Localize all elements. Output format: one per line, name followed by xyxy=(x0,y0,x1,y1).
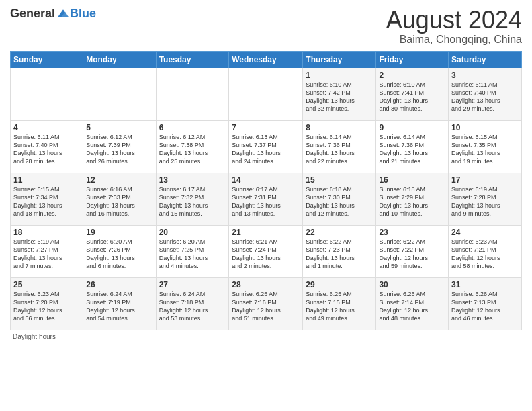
calendar-cell: 7Sunrise: 6:13 AM Sunset: 7:37 PM Daylig… xyxy=(229,120,303,173)
day-number: 17 xyxy=(451,175,519,185)
week-row-1: 1Sunrise: 6:10 AM Sunset: 7:42 PM Daylig… xyxy=(11,68,522,120)
day-info: Sunrise: 6:26 AM Sunset: 7:13 PM Dayligh… xyxy=(451,290,519,323)
day-number: 30 xyxy=(379,280,445,289)
calendar-cell: 9Sunrise: 6:14 AM Sunset: 7:36 PM Daylig… xyxy=(376,120,449,173)
logo-icon xyxy=(56,7,70,21)
week-row-2: 4Sunrise: 6:11 AM Sunset: 7:40 PM Daylig… xyxy=(11,120,522,173)
week-row-5: 25Sunrise: 6:23 AM Sunset: 7:20 PM Dayli… xyxy=(11,277,522,330)
day-number: 1 xyxy=(306,71,373,80)
calendar-cell: 27Sunrise: 6:24 AM Sunset: 7:18 PM Dayli… xyxy=(156,277,229,330)
weekday-header-wednesday: Wednesday xyxy=(229,51,303,68)
day-info: Sunrise: 6:10 AM Sunset: 7:41 PM Dayligh… xyxy=(379,81,445,113)
day-info: Sunrise: 6:15 AM Sunset: 7:35 PM Dayligh… xyxy=(451,133,519,166)
day-info: Sunrise: 6:19 AM Sunset: 7:28 PM Dayligh… xyxy=(451,185,519,218)
day-number: 29 xyxy=(306,280,373,289)
day-number: 31 xyxy=(451,280,519,289)
calendar-cell: 16Sunrise: 6:18 AM Sunset: 7:29 PM Dayli… xyxy=(376,173,449,225)
day-info: Sunrise: 6:14 AM Sunset: 7:36 PM Dayligh… xyxy=(379,133,445,166)
calendar-cell: 3Sunrise: 6:11 AM Sunset: 7:40 PM Daylig… xyxy=(449,68,522,120)
day-info: Sunrise: 6:14 AM Sunset: 7:36 PM Dayligh… xyxy=(306,133,373,166)
page: General Blue August 2024 Baima, Chongqin… xyxy=(0,0,532,411)
day-number: 4 xyxy=(13,123,80,132)
day-number: 8 xyxy=(306,123,373,132)
day-number: 25 xyxy=(13,280,80,289)
day-info: Sunrise: 6:18 AM Sunset: 7:30 PM Dayligh… xyxy=(306,185,373,218)
day-info: Sunrise: 6:20 AM Sunset: 7:25 PM Dayligh… xyxy=(159,238,226,271)
calendar-cell: 13Sunrise: 6:17 AM Sunset: 7:32 PM Dayli… xyxy=(156,173,229,225)
calendar-cell: 24Sunrise: 6:23 AM Sunset: 7:21 PM Dayli… xyxy=(449,225,522,277)
day-number: 16 xyxy=(379,175,445,185)
footer: Daylight hours xyxy=(10,333,522,340)
calendar-cell: 21Sunrise: 6:21 AM Sunset: 7:24 PM Dayli… xyxy=(229,225,303,277)
calendar: SundayMondayTuesdayWednesdayThursdayFrid… xyxy=(10,51,522,330)
day-number: 3 xyxy=(451,71,519,80)
calendar-cell: 5Sunrise: 6:12 AM Sunset: 7:39 PM Daylig… xyxy=(83,120,156,173)
calendar-cell: 23Sunrise: 6:22 AM Sunset: 7:22 PM Dayli… xyxy=(376,225,449,277)
calendar-cell: 4Sunrise: 6:11 AM Sunset: 7:40 PM Daylig… xyxy=(11,120,83,173)
day-info: Sunrise: 6:12 AM Sunset: 7:39 PM Dayligh… xyxy=(86,133,152,166)
day-number: 7 xyxy=(232,123,300,132)
calendar-cell: 12Sunrise: 6:16 AM Sunset: 7:33 PM Dayli… xyxy=(83,173,156,225)
weekday-header-monday: Monday xyxy=(83,51,156,68)
calendar-cell: 18Sunrise: 6:19 AM Sunset: 7:27 PM Dayli… xyxy=(11,225,83,277)
day-info: Sunrise: 6:22 AM Sunset: 7:22 PM Dayligh… xyxy=(379,238,445,271)
day-number: 5 xyxy=(86,123,152,132)
weekday-row: SundayMondayTuesdayWednesdayThursdayFrid… xyxy=(11,51,522,68)
day-info: Sunrise: 6:23 AM Sunset: 7:20 PM Dayligh… xyxy=(13,290,80,323)
day-info: Sunrise: 6:25 AM Sunset: 7:15 PM Dayligh… xyxy=(306,290,373,323)
day-number: 22 xyxy=(306,228,373,237)
calendar-cell: 6Sunrise: 6:12 AM Sunset: 7:38 PM Daylig… xyxy=(156,120,229,173)
calendar-cell: 14Sunrise: 6:17 AM Sunset: 7:31 PM Dayli… xyxy=(229,173,303,225)
day-info: Sunrise: 6:16 AM Sunset: 7:33 PM Dayligh… xyxy=(86,185,152,218)
calendar-cell: 20Sunrise: 6:20 AM Sunset: 7:25 PM Dayli… xyxy=(156,225,229,277)
day-number: 27 xyxy=(159,280,226,289)
header: General Blue August 2024 Baima, Chongqin… xyxy=(10,7,522,46)
calendar-cell: 11Sunrise: 6:15 AM Sunset: 7:34 PM Dayli… xyxy=(11,173,83,225)
day-info: Sunrise: 6:13 AM Sunset: 7:37 PM Dayligh… xyxy=(232,133,300,166)
calendar-cell xyxy=(229,68,303,120)
calendar-cell: 30Sunrise: 6:26 AM Sunset: 7:14 PM Dayli… xyxy=(376,277,449,330)
day-number: 2 xyxy=(379,71,445,80)
weekday-header-sunday: Sunday xyxy=(11,51,83,68)
calendar-cell: 25Sunrise: 6:23 AM Sunset: 7:20 PM Dayli… xyxy=(11,277,83,330)
day-number: 9 xyxy=(379,123,445,132)
day-info: Sunrise: 6:23 AM Sunset: 7:21 PM Dayligh… xyxy=(451,238,519,271)
logo-general: General xyxy=(10,7,55,21)
day-number: 14 xyxy=(232,175,300,185)
day-info: Sunrise: 6:17 AM Sunset: 7:31 PM Dayligh… xyxy=(232,185,300,218)
calendar-cell: 29Sunrise: 6:25 AM Sunset: 7:15 PM Dayli… xyxy=(303,277,376,330)
week-row-3: 11Sunrise: 6:15 AM Sunset: 7:34 PM Dayli… xyxy=(11,173,522,225)
title-section: August 2024 Baima, Chongqing, China xyxy=(386,7,522,46)
calendar-cell: 28Sunrise: 6:25 AM Sunset: 7:16 PM Dayli… xyxy=(229,277,303,330)
calendar-cell: 17Sunrise: 6:19 AM Sunset: 7:28 PM Dayli… xyxy=(449,173,522,225)
calendar-cell: 31Sunrise: 6:26 AM Sunset: 7:13 PM Dayli… xyxy=(449,277,522,330)
calendar-cell: 2Sunrise: 6:10 AM Sunset: 7:41 PM Daylig… xyxy=(376,68,449,120)
day-number: 20 xyxy=(159,228,226,237)
day-info: Sunrise: 6:24 AM Sunset: 7:18 PM Dayligh… xyxy=(159,290,226,323)
calendar-cell xyxy=(156,68,229,120)
month-year-title: August 2024 xyxy=(386,7,522,34)
logo: General Blue xyxy=(10,7,96,21)
day-number: 26 xyxy=(86,280,152,289)
calendar-body: 1Sunrise: 6:10 AM Sunset: 7:42 PM Daylig… xyxy=(11,68,522,330)
day-number: 15 xyxy=(306,175,373,185)
day-number: 13 xyxy=(159,175,226,185)
day-number: 10 xyxy=(451,123,519,132)
day-number: 28 xyxy=(232,280,300,289)
day-info: Sunrise: 6:12 AM Sunset: 7:38 PM Dayligh… xyxy=(159,133,226,166)
day-info: Sunrise: 6:21 AM Sunset: 7:24 PM Dayligh… xyxy=(232,238,300,271)
weekday-header-tuesday: Tuesday xyxy=(156,51,229,68)
calendar-cell: 8Sunrise: 6:14 AM Sunset: 7:36 PM Daylig… xyxy=(303,120,376,173)
day-number: 12 xyxy=(86,175,152,185)
calendar-cell: 26Sunrise: 6:24 AM Sunset: 7:19 PM Dayli… xyxy=(83,277,156,330)
day-info: Sunrise: 6:20 AM Sunset: 7:26 PM Dayligh… xyxy=(86,238,152,271)
calendar-cell: 15Sunrise: 6:18 AM Sunset: 7:30 PM Dayli… xyxy=(303,173,376,225)
weekday-header-friday: Friday xyxy=(376,51,449,68)
day-info: Sunrise: 6:22 AM Sunset: 7:23 PM Dayligh… xyxy=(306,238,373,271)
day-number: 21 xyxy=(232,228,300,237)
day-number: 6 xyxy=(159,123,226,132)
calendar-header: SundayMondayTuesdayWednesdayThursdayFrid… xyxy=(11,51,522,68)
day-info: Sunrise: 6:24 AM Sunset: 7:19 PM Dayligh… xyxy=(86,290,152,323)
day-number: 23 xyxy=(379,228,445,237)
week-row-4: 18Sunrise: 6:19 AM Sunset: 7:27 PM Dayli… xyxy=(11,225,522,277)
